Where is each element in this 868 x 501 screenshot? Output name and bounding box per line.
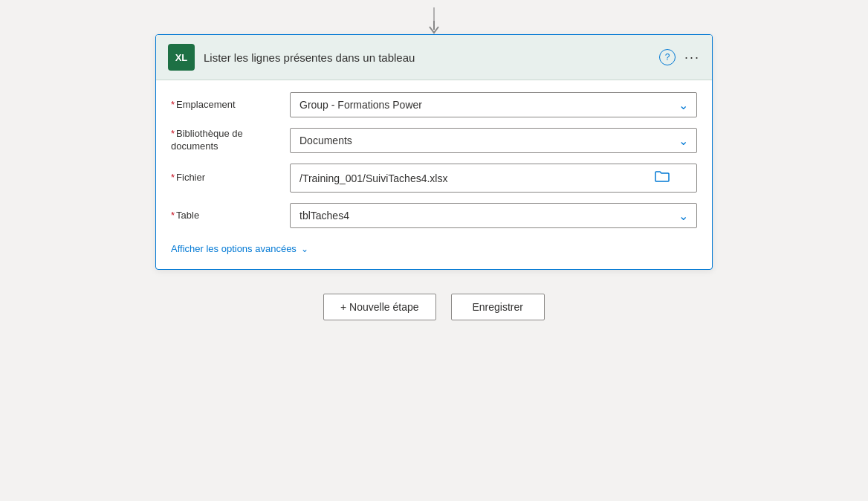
card-header-actions: ? ··· bbox=[659, 49, 700, 65]
emplacement-required-star: * bbox=[171, 99, 175, 110]
save-button[interactable]: Enregistrer bbox=[451, 294, 545, 320]
bibliotheque-required-star: * bbox=[171, 128, 175, 139]
fichier-control: /Training_001/SuiviTaches4.xlsx bbox=[290, 164, 697, 193]
bibliotheque-value: Documents bbox=[299, 135, 352, 146]
advanced-chevron-icon: ⌄ bbox=[301, 244, 308, 254]
new-step-button[interactable]: + Nouvelle étape bbox=[323, 294, 435, 320]
bibliotheque-label: *Bibliothèque de documents bbox=[171, 128, 290, 153]
fichier-input[interactable]: /Training_001/SuiviTaches4.xlsx bbox=[290, 164, 697, 193]
emplacement-label: *Emplacement bbox=[171, 99, 290, 111]
table-label: *Table bbox=[171, 210, 290, 222]
bibliotheque-dropdown[interactable]: Documents bbox=[290, 128, 697, 153]
card-title: Lister les lignes présentes dans un tabl… bbox=[204, 51, 650, 64]
card-header: XL Lister les lignes présentes dans un t… bbox=[156, 35, 712, 80]
bottom-actions: + Nouvelle étape Enregistrer bbox=[323, 294, 545, 320]
emplacement-dropdown[interactable]: Group - Formations Power bbox=[290, 92, 697, 117]
excel-icon: XL bbox=[168, 44, 195, 71]
advanced-options-label: Afficher les options avancées bbox=[171, 243, 297, 254]
table-dropdown[interactable]: tblTaches4 bbox=[290, 203, 697, 228]
table-control: tblTaches4 ⌄ bbox=[290, 203, 697, 228]
connector-line bbox=[433, 7, 435, 21]
fichier-required-star: * bbox=[171, 172, 175, 183]
table-row: *Table tblTaches4 ⌄ bbox=[171, 203, 697, 228]
connector-arrow bbox=[426, 7, 442, 34]
bibliotheque-row: *Bibliothèque de documents Documents ⌄ bbox=[171, 128, 697, 153]
folder-icon[interactable] bbox=[655, 170, 670, 186]
more-options-icon[interactable]: ··· bbox=[684, 50, 700, 65]
advanced-options-link[interactable]: Afficher les options avancées ⌄ bbox=[171, 243, 308, 254]
fichier-row: *Fichier /Training_001/SuiviTaches4.xlsx bbox=[171, 164, 697, 193]
table-required-star: * bbox=[171, 210, 175, 221]
bibliotheque-control: Documents ⌄ bbox=[290, 128, 697, 153]
arrow-down-icon bbox=[426, 21, 442, 34]
table-value: tblTaches4 bbox=[299, 210, 349, 222]
action-card: XL Lister les lignes présentes dans un t… bbox=[155, 34, 713, 270]
fichier-label: *Fichier bbox=[171, 172, 290, 184]
card-body: *Emplacement Group - Formations Power ⌄ … bbox=[156, 80, 712, 269]
excel-logo-text: XL bbox=[175, 52, 188, 63]
emplacement-control: Group - Formations Power ⌄ bbox=[290, 92, 697, 117]
emplacement-row: *Emplacement Group - Formations Power ⌄ bbox=[171, 92, 697, 117]
fichier-value: /Training_001/SuiviTaches4.xlsx bbox=[299, 172, 447, 184]
help-icon[interactable]: ? bbox=[659, 49, 676, 65]
emplacement-value: Group - Formations Power bbox=[299, 99, 422, 111]
